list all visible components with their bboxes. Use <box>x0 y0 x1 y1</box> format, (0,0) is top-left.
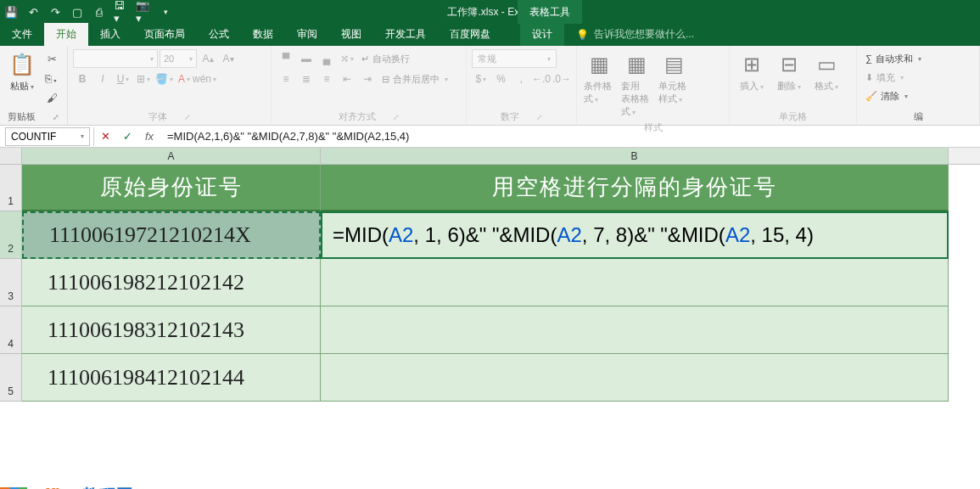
header-cell-a[interactable]: 原始身份证号 <box>22 165 321 211</box>
redo-icon[interactable]: ↷ <box>48 4 63 20</box>
cell-a4[interactable]: 111006198312102143 <box>22 306 321 354</box>
formula-bar: COUNTIF▾ ✕ ✓ fx =MID(A2,1,6)&" "&MID(A2,… <box>0 126 980 148</box>
font-name-combo[interactable]: ▾ <box>73 49 158 68</box>
save-as-icon[interactable]: 🖫▾ <box>114 4 129 20</box>
cell-b4[interactable] <box>321 306 949 354</box>
cell-a5[interactable]: 111006198412102144 <box>22 354 321 402</box>
delete-cells-button[interactable]: ⊟ 删除▾ <box>772 49 806 94</box>
fill-down-icon: ⬇ <box>865 72 873 83</box>
align-left-icon[interactable]: ≡ <box>277 70 295 88</box>
row-header-2[interactable]: 2 <box>0 211 22 259</box>
alignment-launcher-icon[interactable]: ⤢ <box>393 113 400 121</box>
camera-icon[interactable]: 📷▾ <box>136 4 151 20</box>
cell-b3[interactable] <box>321 259 949 306</box>
column-headers: A B <box>0 148 980 165</box>
orientation-icon[interactable]: ⤭▾ <box>338 49 356 68</box>
align-top-icon[interactable]: ▀ <box>277 49 295 68</box>
format-painter-icon[interactable]: 🖌 <box>42 88 61 107</box>
title-bar: 💾 ↶ ↷ ▢ ⎙ 🖫▾ 📷▾ ▾ 工作簿.xlsx - Excel 表格工具 <box>0 0 980 24</box>
group-alignment: ▀ ▬ ▄ ⤭▾ ↵自动换行 ≡ ≣ ≡ ⇤ ⇥ ⊟合并后居中▾ 对齐方式⤢ <box>272 46 467 125</box>
undo-icon[interactable]: ↶ <box>25 4 41 20</box>
percent-icon[interactable]: % <box>492 70 511 88</box>
italic-icon[interactable]: I <box>93 70 112 88</box>
autosum-button[interactable]: ∑自动求和▾ <box>862 49 974 68</box>
align-center-icon[interactable]: ≣ <box>297 70 316 88</box>
phonetic-icon[interactable]: wén▾ <box>195 70 214 88</box>
tell-me-field[interactable]: 💡 告诉我您想要做什么... <box>564 23 706 46</box>
select-all-corner[interactable] <box>0 148 22 164</box>
paste-button[interactable]: 📋 粘贴▾ <box>5 49 39 94</box>
cell-b5[interactable] <box>321 354 949 402</box>
fx-button[interactable]: fx <box>138 127 160 146</box>
col-header-a[interactable]: A <box>22 148 321 164</box>
bold-icon[interactable]: B <box>73 70 92 88</box>
cell-a2[interactable]: 11100619721210214X <box>22 211 321 259</box>
clear-button[interactable]: 🧹清除▾ <box>862 87 974 105</box>
new-icon[interactable]: ▢ <box>70 4 85 20</box>
cell-a3[interactable]: 111006198212102142 <box>22 259 321 306</box>
formula-input[interactable]: =MID(A2,1,6)&" "&MID(A2,7,8)&" "&MID(A2,… <box>160 130 980 143</box>
fill-button[interactable]: ⬇填充▾ <box>862 68 974 87</box>
increase-font-icon[interactable]: A▴ <box>199 49 217 68</box>
tab-baidu[interactable]: 百度网盘 <box>438 23 502 46</box>
tell-me-placeholder: 告诉我您想要做什么... <box>594 27 694 42</box>
underline-icon[interactable]: U▾ <box>114 70 132 88</box>
formula-ref: A2 <box>557 223 581 247</box>
tab-data[interactable]: 数据 <box>241 23 285 46</box>
format-cells-button[interactable]: ▭ 格式▾ <box>809 49 843 94</box>
tab-insert[interactable]: 插入 <box>88 23 132 46</box>
tab-page-layout[interactable]: 页面布局 <box>132 23 197 46</box>
insert-cells-button[interactable]: ⊞ 插入▾ <box>735 49 769 94</box>
fill-color-icon[interactable]: 🪣▾ <box>154 70 173 88</box>
tab-view[interactable]: 视图 <box>329 23 373 46</box>
tab-design[interactable]: 设计 <box>520 23 564 46</box>
align-middle-icon[interactable]: ▬ <box>297 49 316 68</box>
accept-formula-button[interactable]: ✓ <box>116 127 138 146</box>
row-header-5[interactable]: 5 <box>0 354 22 402</box>
decrease-decimal-icon[interactable]: .0→ <box>552 70 571 88</box>
format-as-table-button[interactable]: ▦ 套用 表格格式▾ <box>619 49 653 120</box>
row-header-1[interactable]: 1 <box>0 165 22 211</box>
cell-b2-editing[interactable]: =MID(A2, 1, 6)&" "&MID(A2, 7, 8)&" "&MID… <box>321 211 949 259</box>
border-icon[interactable]: ⊞▾ <box>134 70 153 88</box>
increase-indent-icon[interactable]: ⇥ <box>358 70 377 88</box>
row-header-3[interactable]: 3 <box>0 259 22 306</box>
print-icon[interactable]: ⎙ <box>92 4 107 20</box>
increase-decimal-icon[interactable]: ←.0 <box>532 70 551 88</box>
cut-icon[interactable]: ✂ <box>42 49 61 68</box>
col-header-b[interactable]: B <box>321 148 949 164</box>
tab-home[interactable]: 开始 <box>44 23 88 46</box>
font-launcher-icon[interactable]: ⤢ <box>184 113 191 121</box>
align-right-icon[interactable]: ≡ <box>317 70 336 88</box>
formula-ref: A2 <box>389 223 413 247</box>
accounting-icon[interactable]: $▾ <box>472 70 490 88</box>
number-launcher-icon[interactable]: ⤢ <box>536 113 543 121</box>
wrap-text-button[interactable]: ↵自动换行 <box>358 49 413 68</box>
cell-styles-button[interactable]: ▤ 单元格样式▾ <box>657 49 691 107</box>
merge-center-button[interactable]: ⊟合并后居中▾ <box>378 70 451 88</box>
clipboard-launcher-icon[interactable]: ⤢ <box>53 113 59 121</box>
tab-developer[interactable]: 开发工具 <box>373 23 438 46</box>
tab-file[interactable]: 文件 <box>0 23 44 46</box>
decrease-indent-icon[interactable]: ⇤ <box>338 70 356 88</box>
cancel-formula-button[interactable]: ✕ <box>94 127 116 146</box>
number-format-combo[interactable]: 常规▾ <box>472 49 557 68</box>
qat-more-icon[interactable]: ▾ <box>158 4 173 20</box>
tab-formulas[interactable]: 公式 <box>197 23 241 46</box>
align-bottom-icon[interactable]: ▄ <box>317 49 336 68</box>
decrease-font-icon[interactable]: A▾ <box>219 49 238 68</box>
conditional-formatting-button[interactable]: ▦ 条件格式▾ <box>582 49 616 107</box>
font-size-combo[interactable]: 20▾ <box>160 49 197 68</box>
copy-icon[interactable]: ⎘▾ <box>42 69 61 87</box>
name-box[interactable]: COUNTIF▾ <box>5 127 90 146</box>
number-label: 数字 <box>501 110 519 123</box>
save-icon[interactable]: 💾 <box>3 4 19 20</box>
tab-review[interactable]: 审阅 <box>285 23 329 46</box>
row-header-4[interactable]: 4 <box>0 306 22 354</box>
group-editing: ∑自动求和▾ ⬇填充▾ 🧹清除▾ 编 <box>857 46 980 125</box>
formula-text: =MID( <box>333 223 389 247</box>
table-row: 3 111006198212102142 <box>0 259 980 306</box>
header-cell-b[interactable]: 用空格进行分隔的身份证号 <box>321 165 949 211</box>
comma-icon[interactable]: , <box>512 70 530 88</box>
font-color-icon[interactable]: A▾ <box>175 70 193 88</box>
